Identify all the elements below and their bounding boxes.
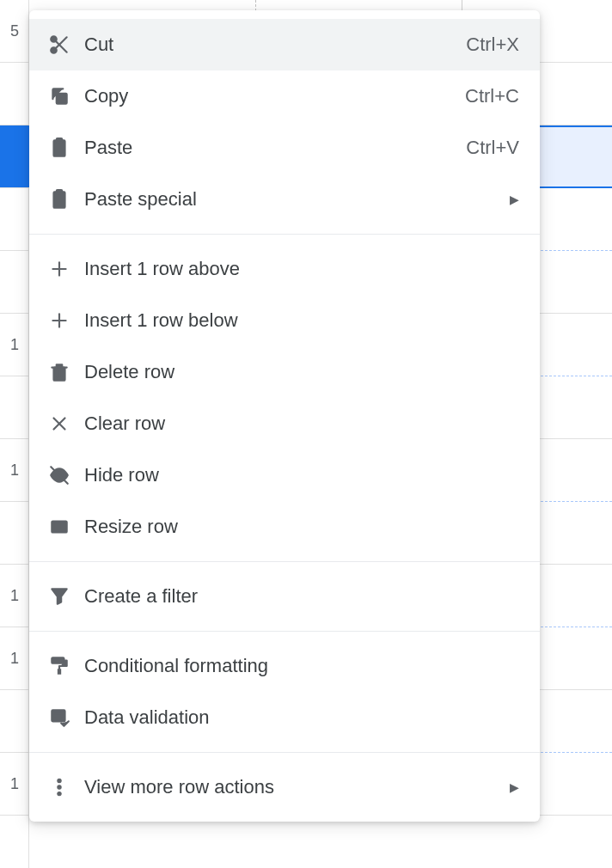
menu-separator: [29, 561, 540, 562]
menu-item-copy[interactable]: CopyCtrl+C: [29, 70, 540, 122]
menu-item-label: Insert 1 row above: [84, 258, 519, 280]
trash-icon: [48, 361, 84, 383]
paint-roller-icon: [48, 655, 84, 677]
row-header[interactable]: [0, 63, 29, 125]
plus-icon: [48, 309, 84, 332]
menu-item-more-actions[interactable]: View more row actions▶: [29, 761, 540, 813]
menu-item-data-validation[interactable]: Data validation: [29, 692, 540, 743]
menu-item-hide-row[interactable]: Hide row: [29, 449, 540, 501]
clipboard-icon: [48, 188, 84, 211]
checklist-icon: [48, 706, 84, 729]
copy-icon: [48, 85, 84, 107]
scissors-icon: [48, 34, 84, 56]
menu-item-insert-below[interactable]: Insert 1 row below: [29, 295, 540, 346]
svg-point-28: [58, 779, 61, 782]
menu-item-label: Resize row: [84, 516, 519, 538]
menu-separator: [29, 752, 540, 753]
row-header-column: 511111: [0, 0, 29, 868]
menu-separator: [29, 234, 540, 235]
filter-icon: [48, 585, 84, 608]
menu-item-label: Clear row: [84, 413, 519, 435]
menu-item-shortcut: Ctrl+V: [466, 137, 519, 159]
svg-rect-24: [58, 669, 61, 675]
resize-icon: [48, 516, 84, 538]
menu-item-resize-row[interactable]: Resize row: [29, 501, 540, 553]
clipboard-icon: [48, 137, 84, 159]
row-header[interactable]: [0, 188, 29, 251]
row-header[interactable]: 1: [0, 439, 29, 502]
menu-item-clear-row[interactable]: Clear row: [29, 398, 540, 449]
menu-item-label: Paste special: [84, 188, 503, 211]
menu-item-label: Data validation: [84, 706, 519, 729]
menu-item-label: Insert 1 row below: [84, 309, 519, 332]
menu-item-label: Conditional formatting: [84, 655, 519, 677]
menu-item-conditional-formatting[interactable]: Conditional formatting: [29, 640, 540, 692]
dots-vertical-icon: [48, 776, 84, 798]
menu-item-paste-special[interactable]: Paste special▶: [29, 174, 540, 225]
svg-rect-8: [57, 190, 63, 193]
menu-item-delete-row[interactable]: Delete row: [29, 346, 540, 398]
menu-item-label: Paste: [84, 137, 466, 159]
row-header[interactable]: 1: [0, 314, 29, 376]
plus-icon: [48, 258, 84, 280]
menu-item-label: View more row actions: [84, 776, 503, 798]
row-header[interactable]: [0, 251, 29, 314]
menu-separator: [29, 631, 540, 632]
menu-item-shortcut: Ctrl+X: [466, 34, 519, 56]
svg-rect-13: [54, 368, 65, 381]
row-header[interactable]: [0, 502, 29, 565]
svg-point-29: [58, 785, 61, 789]
submenu-arrow-icon: ▶: [510, 780, 519, 794]
svg-rect-25: [52, 710, 64, 721]
menu-item-cut[interactable]: CutCtrl+X: [29, 19, 540, 70]
menu-item-label: Cut: [84, 34, 466, 56]
svg-point-30: [58, 792, 61, 795]
row-header[interactable]: 1: [0, 565, 29, 627]
eye-off-icon: [48, 464, 84, 486]
row-header[interactable]: [0, 690, 29, 753]
menu-item-paste[interactable]: PasteCtrl+V: [29, 122, 540, 174]
menu-item-label: Hide row: [84, 464, 519, 486]
context-menu: CutCtrl+XCopyCtrl+CPasteCtrl+VPaste spec…: [29, 10, 540, 822]
menu-item-label: Create a filter: [84, 585, 519, 608]
svg-rect-4: [57, 94, 67, 104]
row-header[interactable]: 5: [0, 0, 29, 63]
row-header[interactable]: [0, 125, 29, 188]
menu-item-insert-above[interactable]: Insert 1 row above: [29, 243, 540, 295]
menu-item-create-filter[interactable]: Create a filter: [29, 571, 540, 622]
close-icon: [48, 413, 84, 435]
menu-item-shortcut: Ctrl+C: [465, 85, 519, 107]
menu-item-label: Copy: [84, 85, 465, 107]
row-header[interactable]: 1: [0, 753, 29, 816]
svg-rect-23: [52, 657, 64, 663]
svg-rect-6: [57, 138, 63, 142]
submenu-arrow-icon: ▶: [510, 193, 519, 206]
row-header[interactable]: 1: [0, 627, 29, 690]
row-header[interactable]: [0, 376, 29, 439]
menu-item-label: Delete row: [84, 361, 519, 383]
svg-rect-22: [55, 524, 61, 530]
